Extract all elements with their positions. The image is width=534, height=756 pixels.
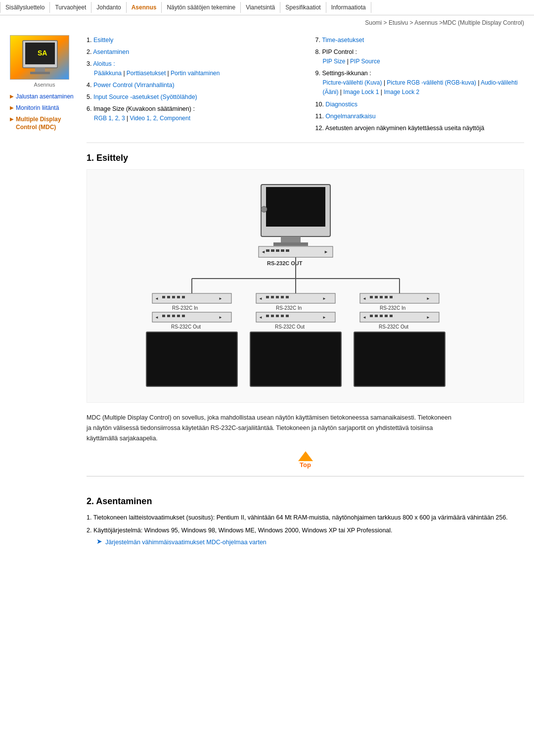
svg-text:RS-232C In: RS-232C In [380,305,405,311]
sidebar-nav-multiple[interactable]: ▶ Multiple Display Control (MDC) [10,115,79,132]
toc-num-1: 1. [87,37,93,44]
toc-link-time[interactable]: Time-asetukset [322,37,364,44]
svg-text:◄: ◄ [155,296,159,301]
svg-rect-77 [390,315,393,317]
svg-text:►: ► [322,296,326,301]
toc-sub-link-paaikkuna[interactable]: Pääikkuna [94,70,122,77]
toc-link-aloitus[interactable]: Aloitus : [93,60,115,67]
toc-num-4: 4. [87,82,93,89]
nav-item-turvaohjeet[interactable]: Turvaohjeet [50,2,91,13]
toc-text-6: Image Size (Kuvakoon säätäminen) : [93,105,195,112]
toc-sub-link-rgb[interactable]: RGB 1, 2, 3 [94,115,125,122]
svg-rect-55 [271,315,274,317]
section2-sub-text[interactable]: Järjestelmän vähimmäisvaatimukset MDC-oh… [105,537,267,547]
toc-item-4: 4. Power Control (Virranhallinta) [87,80,296,90]
svg-rect-26 [162,296,165,298]
svg-rect-16 [286,249,289,252]
toc-item-5: 5. Input Source -asetukset (Syöttölähde) [87,92,296,102]
toc-sub-link-imagelock2[interactable]: Image Lock 2 [384,89,419,95]
toc-sub-link-portin[interactable]: Portin vaihtaminen [171,70,220,77]
toc-item-9: 9. Settings-ikkunan : Picture-välilehti … [315,68,525,97]
toc-link-ongelmanratkaisu[interactable]: Ongelmanratkaisu [325,113,375,120]
top-button[interactable]: Top [298,451,313,469]
svg-text:SA: SA [38,49,47,57]
toc-link-diagnostics[interactable]: Diagnostics [325,101,357,108]
svg-rect-74 [375,315,378,317]
toc-link-input[interactable]: Input Source -asetukset (Syöttölähde) [93,94,197,100]
svg-rect-56 [276,315,279,317]
nav-item-sisallysluettelo[interactable]: Sisällysluettelo [0,2,50,13]
toc-text-12: Asetusten arvojen näkyminen käytettäessä… [325,125,485,132]
sidebar-nav-label-jalustan: Jalustan asentaminen [16,93,74,101]
svg-rect-38 [177,315,180,317]
section-2: 2. Asentaminen 1. Tietokoneen laitteisto… [87,484,524,555]
svg-rect-66 [380,296,383,298]
section2-text-1: Tietokoneen laitteistovaatimukset (suosi… [93,514,508,521]
toc-num-7: 7. [315,37,322,44]
toc-sub-link-pipsource[interactable]: PIP Source [350,58,380,65]
toc-sub-link-picture[interactable]: Picture-välilehti (Kuva) [323,79,382,86]
svg-point-10 [261,206,267,212]
svg-rect-30 [182,296,185,298]
toc-sub-9: Picture-välilehti (Kuva) | Picture RGB -… [315,78,525,97]
sidebar-nav-jalustan[interactable]: ▶ Jalustan asentaminen [10,93,79,101]
toc-num-2: 2. [87,48,93,55]
arrow-icon-2: ▶ [10,105,14,110]
nav-item-vianetsinta[interactable]: Vianetsintä [241,2,280,13]
toc-item-6: 6. Image Size (Kuvakoon säätäminen) : RG… [87,104,296,123]
nav-bar: Sisällysluettelo Turvaohjeet Johdanto As… [0,0,534,15]
section-1: 1. Esittely [87,153,524,469]
toc-sub-link-video[interactable]: Video 1, 2, Component [130,115,191,122]
svg-rect-35 [162,315,165,317]
svg-text:◄: ◄ [259,315,263,320]
toc-link-asentaminen[interactable]: Asentaminen [93,48,129,55]
svg-rect-12 [266,249,269,252]
svg-text:RS-232C OUT: RS-232C OUT [267,260,303,266]
svg-rect-9 [273,242,308,246]
toc-num-5: 5. [87,94,93,100]
svg-rect-3 [35,68,45,72]
nav-item-johdanto[interactable]: Johdanto [91,2,126,13]
diagram-area: ◄ ► RS-232C OUT [87,169,524,403]
sidebar-image: SA [10,35,69,80]
toc-num-11: 11. [315,113,326,120]
toc-item-3: 3. Aloitus : Pääikkuna | Porttiasetukset… [87,59,296,78]
nav-item-spesifikaatiot[interactable]: Spesifikaatiot [280,2,326,13]
svg-rect-75 [380,315,383,317]
svg-rect-46 [271,296,274,298]
nav-item-nayton[interactable]: Näytön säätöjen tekemine [162,2,241,13]
svg-rect-37 [172,315,175,317]
toc-link-esittely[interactable]: Esittely [93,37,113,44]
toc-section: 1. Esittely 2. Asentaminen 3. Aloitus : … [87,35,524,143]
toc-sub-link-pipsize[interactable]: PIP Size [323,58,346,65]
toc-item-8: 8. PIP Control : PIP Size | PIP Source [315,47,525,66]
toc-sub-link-picturergb[interactable]: Picture RGB -välilehti (RGB-kuva) [387,79,476,86]
toc-item-11: 11. Ongelmanratkaisu [315,111,525,121]
toc-num-3: 3. [87,60,93,67]
toc-sub-link-imagelock1[interactable]: Image Lock 1 [343,89,379,95]
nav-item-asennus[interactable]: Asennus [127,2,162,13]
svg-text:◄: ◄ [261,249,266,254]
toc-sub-link-porttiasetukset[interactable]: Porttiasetukset [127,70,166,77]
toc-sub-8: PIP Size | PIP Source [315,57,525,66]
sidebar-nav-label-monitorin: Monitorin liitäntä [16,104,59,112]
nav-item-informaatiota[interactable]: Informaatiota [326,2,371,13]
toc-link-power[interactable]: Power Control (Virranhallinta) [93,82,175,89]
svg-rect-57 [281,315,284,317]
svg-rect-43 [146,332,237,386]
svg-rect-7 [266,187,325,227]
svg-text:◄: ◄ [155,315,159,320]
toc-left-col: 1. Esittely 2. Asentaminen 3. Aloitus : … [87,35,296,135]
section2-num-2: 2. [87,527,93,534]
svg-text:►: ► [322,315,326,320]
toc-item-7: 7. Time-asetukset [315,35,525,45]
sidebar: SA Asennus ▶ Jalustan asentaminen ▶ Moni… [10,35,87,555]
top-button-area: Top [87,451,524,469]
sidebar-nav-monitorin[interactable]: ▶ Monitorin liitäntä [10,104,79,112]
svg-text:►: ► [426,315,430,320]
svg-text:RS-232C Out: RS-232C Out [171,324,201,330]
svg-rect-15 [281,249,284,252]
svg-text:►: ► [324,249,328,254]
toc-item-2: 2. Asentaminen [87,47,296,57]
svg-rect-73 [370,315,373,317]
